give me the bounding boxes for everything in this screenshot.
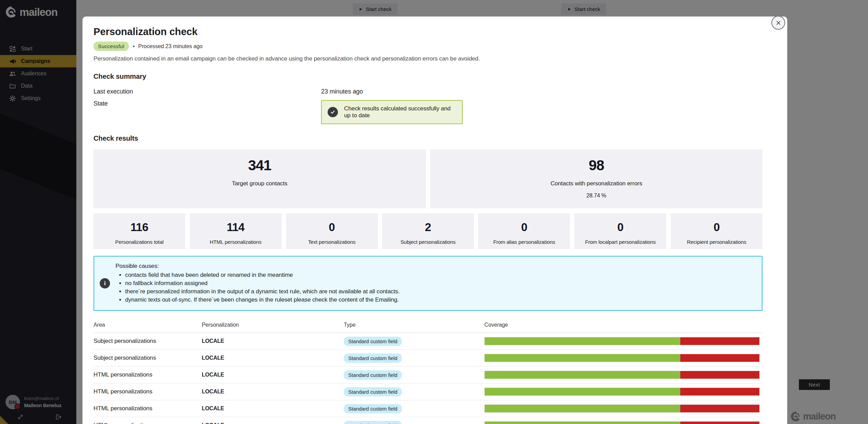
info-icon: i: [100, 278, 110, 289]
coverage-red-segment: [680, 422, 759, 424]
stat-label: Recipient personalizations: [671, 239, 762, 245]
cell-personalization: LOCALE: [202, 422, 344, 424]
coverage-red-segment: [680, 337, 759, 345]
coverage-bar: [484, 371, 760, 379]
stat-box: 0 Recipient personalizations: [671, 213, 762, 249]
type-pill: Standard custom field: [344, 370, 402, 380]
stat-label: From alias personalizations: [478, 239, 570, 245]
coverage-green-segment: [485, 422, 680, 424]
cell-personalization: LOCALE: [202, 405, 344, 412]
stat-value: 341: [94, 158, 426, 173]
stat-label: Personalizations total: [94, 239, 185, 245]
stat-box: 0 From alias personalizations: [478, 213, 570, 249]
stat-box: 0 Text personalizations: [286, 213, 378, 249]
cell-personalization: LOCALE: [202, 355, 344, 361]
big-stat-box: 341 Target group contacts: [94, 149, 426, 208]
coverage-red-segment: [680, 371, 759, 379]
stat-label: Target group contacts: [94, 180, 426, 187]
coverage-bar: [484, 404, 760, 413]
processed-text: • Processed 23 minutes ago: [133, 43, 203, 50]
cell-personalization: LOCALE: [202, 372, 344, 378]
big-stat-box: 98 Contacts with personalization errors …: [430, 149, 763, 208]
cell-area: HTML personalizations: [94, 422, 202, 424]
table-header: Area Personalization Type Coverage: [94, 320, 762, 333]
table-row: Subject personalizations LOCALE Standard…: [94, 350, 762, 367]
dialog-title: Personalization check: [94, 27, 762, 37]
last-execution-label: Last execution: [94, 88, 321, 95]
state-row: State Check results calculated successfu…: [94, 100, 762, 124]
coverage-bar: [484, 388, 760, 396]
type-pill: Standard custom field: [344, 354, 402, 363]
coverage-green-segment: [485, 388, 680, 395]
stat-label: Contacts with personalization errors: [430, 180, 763, 187]
table-row: HTML personalizations LOCALE Standard cu…: [94, 367, 762, 383]
cell-personalization: LOCALE: [202, 338, 344, 344]
state-value: Check results calculated successfully an…: [344, 105, 456, 119]
possible-cause-item: there´re personalized information in the…: [125, 287, 400, 296]
close-icon: [776, 20, 781, 26]
cell-area: Subject personalizations: [94, 338, 202, 345]
stat-sub-value: 28.74 %: [430, 193, 763, 199]
col-coverage: Coverage: [484, 322, 762, 328]
dialog-description: Personalization contained in an email ca…: [94, 55, 762, 62]
stat-value: 116: [94, 221, 185, 233]
info-content: Possible causes: contacts field that hav…: [116, 263, 400, 304]
close-button[interactable]: [771, 16, 785, 30]
stat-box: 2 Subject personalizations: [382, 213, 474, 249]
coverage-green-segment: [485, 371, 680, 379]
col-personalization: Personalization: [202, 322, 344, 328]
state-success-box: Check results calculated successfully an…: [321, 100, 463, 124]
stat-value: 0: [286, 221, 378, 233]
stat-label: Subject personalizations: [382, 239, 474, 245]
cell-area: HTML personalizations: [94, 371, 202, 378]
stat-value: 114: [190, 221, 282, 233]
last-execution-row: Last execution 23 minutes ago: [94, 88, 762, 95]
coverage-bar: [484, 337, 760, 345]
type-pill: Standard custom field: [344, 404, 402, 413]
personalization-check-dialog: Personalization check Successful • Proce…: [83, 17, 787, 424]
check-results-heading: Check results: [94, 134, 762, 142]
possible-causes-list: contacts field that have been deleted or…: [125, 271, 400, 304]
table-body: Subject personalizations LOCALE Standard…: [94, 333, 762, 424]
processed-time: Processed 23 minutes ago: [138, 43, 202, 50]
coverage-green-segment: [485, 337, 680, 345]
stat-box: 114 HTML personalizations: [190, 213, 282, 249]
cell-area: Subject personalizations: [94, 355, 202, 361]
coverage-red-segment: [680, 405, 759, 412]
stat-value: 0: [671, 221, 762, 233]
check-summary-heading: Check summary: [94, 73, 762, 80]
stat-box: 0 From localpart personalizations: [574, 213, 666, 249]
cell-personalization: LOCALE: [202, 389, 344, 395]
small-stats-row: 116 Personalizations total 114 HTML pers…: [94, 213, 762, 249]
table-row: Subject personalizations LOCALE Standard…: [94, 333, 762, 350]
coverage-bar: [484, 354, 760, 362]
coverage-green-segment: [485, 405, 680, 412]
col-area: Area: [94, 322, 202, 328]
stat-value: 98: [430, 158, 763, 173]
stat-label: From localpart personalizations: [574, 239, 666, 245]
coverage-green-segment: [485, 354, 680, 362]
stat-label: HTML personalizations: [190, 239, 282, 245]
possible-cause-item: dynamic texts out-of-sync. If there´ve b…: [125, 296, 400, 304]
stat-value: 2: [382, 221, 474, 233]
check-icon: [328, 107, 338, 117]
coverage-red-segment: [680, 388, 759, 395]
possible-causes-info-box: i Possible causes: contacts field that h…: [94, 256, 762, 311]
col-type: Type: [344, 322, 484, 328]
cell-area: HTML personalizations: [94, 388, 202, 395]
stat-label: Text personalizations: [286, 239, 378, 245]
possible-causes-intro: Possible causes:: [116, 263, 400, 270]
type-pill: Standard custom field: [344, 337, 402, 346]
coverage-table: Area Personalization Type Coverage Subje…: [94, 320, 762, 424]
type-pill: Standard custom field: [344, 387, 402, 396]
stat-box: 116 Personalizations total: [94, 213, 185, 249]
possible-cause-item: contacts field that have been deleted or…: [125, 271, 400, 279]
coverage-red-segment: [680, 354, 759, 362]
coverage-bar: [484, 421, 760, 424]
last-execution-value: 23 minutes ago: [321, 88, 762, 95]
dot-separator: •: [133, 43, 135, 50]
status-badge: Successful: [94, 42, 129, 51]
stat-value: 0: [574, 221, 666, 233]
info-icon-wrap: i: [94, 278, 116, 289]
state-label: State: [94, 100, 321, 107]
